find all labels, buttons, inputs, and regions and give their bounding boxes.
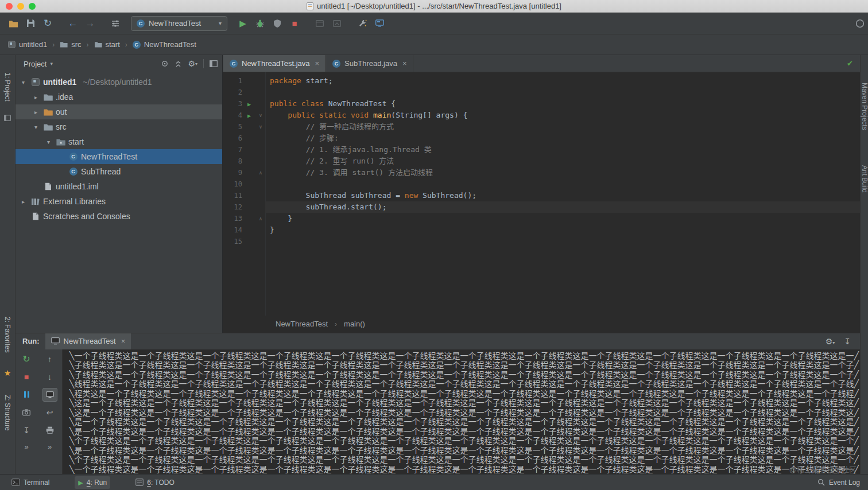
event-log-button[interactable]: Event Log xyxy=(829,479,860,487)
fold-marker-icon[interactable]: ∧ xyxy=(256,213,265,224)
code-line-10[interactable]: 10 xyxy=(223,178,860,190)
project-panel-title[interactable]: Project xyxy=(24,60,46,68)
tool-button-ant-build[interactable]: Ant Build xyxy=(861,165,868,193)
tool-button-maven-projects[interactable]: Maven Projects xyxy=(861,83,868,130)
console-output[interactable]: ╲一个子线程类这是一个子线程类这是一个子线程类这是一个子线程类这是一个子线程类这… xyxy=(63,349,860,475)
coverage-button[interactable] xyxy=(269,16,286,31)
tree-item-subthread[interactable]: CSubThread xyxy=(16,164,222,179)
chevron-down-icon[interactable]: ▾ xyxy=(50,61,53,67)
code-line-5[interactable]: 5∨ // 第一种启动线程的方式 xyxy=(223,121,860,133)
code-line-13[interactable]: 13∧ } xyxy=(223,213,860,224)
run-tab[interactable]: NewThreadTest × xyxy=(45,333,131,349)
minimize-window-button[interactable] xyxy=(17,3,24,10)
breadcrumb-src[interactable]: src xyxy=(60,40,81,49)
print-icon[interactable] xyxy=(42,423,57,437)
gear-icon[interactable]: ⚙▾ xyxy=(826,337,835,346)
expand-arrow-icon[interactable]: ▾ xyxy=(44,139,53,145)
console-view-icon[interactable] xyxy=(42,388,57,402)
debug-button[interactable] xyxy=(251,16,269,31)
close-tab-icon[interactable]: × xyxy=(315,59,320,68)
disabled-tool-icon-2[interactable] xyxy=(328,16,346,31)
settings-wrench-icon[interactable] xyxy=(354,16,371,31)
tree-item-untitled1[interactable]: ▾untitled1~/Desktop/untitled1 xyxy=(16,75,222,90)
status-item-todo[interactable]: 6: TODO xyxy=(132,476,178,489)
zoom-window-button[interactable] xyxy=(29,3,36,10)
star-icon[interactable]: ★ xyxy=(4,368,11,378)
collapse-all-icon[interactable] xyxy=(175,60,182,68)
expand-arrow-icon[interactable]: ▾ xyxy=(19,79,28,85)
restore-layout-icon[interactable]: ↧ xyxy=(19,423,34,437)
tree-item-out[interactable]: ▸out xyxy=(16,104,222,119)
tree-item-newthreadtest[interactable]: CNewThreadTest xyxy=(16,149,222,164)
synchronize-icon[interactable]: ↻ xyxy=(39,16,56,31)
search-everywhere-icon[interactable] xyxy=(851,16,868,31)
code-line-11[interactable]: 11 SubThread subThread = new SubThread()… xyxy=(223,190,860,201)
inspections-ok-icon[interactable]: ✔ xyxy=(847,59,853,68)
close-window-button[interactable] xyxy=(6,3,13,10)
toolwindow-mini-icon[interactable] xyxy=(4,115,11,121)
tree-item-start[interactable]: ▾start xyxy=(16,134,222,149)
code-line-7[interactable]: 7 // 1. 继承java.lang.Thread 类 xyxy=(223,144,860,155)
expand-arrow-icon[interactable]: ▸ xyxy=(32,109,40,115)
breadcrumb-class[interactable]: NewThreadTest xyxy=(276,320,328,328)
tree-item-untitled1-iml[interactable]: untitled1.iml xyxy=(16,179,222,194)
close-tab-icon[interactable]: × xyxy=(121,337,126,345)
tool-button-favorites[interactable]: 2: Favorites xyxy=(3,317,11,353)
expand-arrow-icon[interactable]: ▾ xyxy=(32,124,40,130)
expand-arrow-icon[interactable]: ▸ xyxy=(19,199,28,205)
code-line-14[interactable]: 14} xyxy=(223,224,860,236)
breadcrumb-class[interactable]: C NewThreadTest xyxy=(133,40,196,49)
back-icon[interactable]: ← xyxy=(64,16,82,31)
tool-button-project[interactable]: 1: Project xyxy=(3,72,11,102)
tree-item-external-libraries[interactable]: ▸External Libraries xyxy=(16,194,222,209)
hide-panel-icon[interactable] xyxy=(210,60,218,67)
code-line-8[interactable]: 8 // 2. 重写 run() 方法 xyxy=(223,155,860,167)
more-icon[interactable]: » xyxy=(24,442,28,451)
pause-icon[interactable] xyxy=(19,388,34,402)
fold-marker-icon[interactable]: ∧ xyxy=(256,167,265,178)
code-line-4[interactable]: 4▶∨ public static void main(String[] arg… xyxy=(223,110,860,121)
remote-tools-icon[interactable] xyxy=(371,16,388,31)
code-line-12[interactable]: 12 subThread.start(); xyxy=(223,201,860,213)
rerun-icon[interactable]: ↻ xyxy=(19,352,34,366)
fold-marker-icon[interactable]: ∨ xyxy=(256,110,265,121)
stop-button[interactable]: ■ xyxy=(286,16,303,31)
run-gutter-icon[interactable]: ▶ xyxy=(242,110,256,121)
status-item-terminal[interactable]: Terminal xyxy=(8,476,53,489)
soft-wrap-icon[interactable]: ↩ xyxy=(42,406,57,419)
run-configuration-select[interactable]: C NewThreadTest ▾ xyxy=(131,16,227,31)
breadcrumb-start[interactable]: start xyxy=(94,40,120,49)
tree-item-scratches-and-consoles[interactable]: Scratches and Consoles xyxy=(16,209,222,224)
tree-item-src[interactable]: ▾src xyxy=(16,119,222,134)
up-stack-trace-icon[interactable]: ↑ xyxy=(42,352,57,366)
run-button[interactable]: ▶ xyxy=(234,16,251,31)
tab-newthreadtest-java[interactable]: C NewThreadTest.java × xyxy=(223,55,326,72)
code-line-3[interactable]: 3▶public class NewThreadTest { xyxy=(223,98,860,110)
stop-icon[interactable]: ■ xyxy=(19,370,34,384)
save-all-icon[interactable] xyxy=(22,16,39,31)
code-editor[interactable]: 1package start;23▶public class NewThread… xyxy=(223,72,860,316)
tree-item--idea[interactable]: ▸.idea xyxy=(16,90,222,104)
fold-marker-icon[interactable]: ∨ xyxy=(256,121,265,133)
code-line-9[interactable]: 9∧ // 3. 调用 start() 方法启动线程 xyxy=(223,167,860,178)
code-line-1[interactable]: 1package start; xyxy=(223,75,860,87)
more-icon[interactable]: » xyxy=(48,442,52,451)
tool-button-structure[interactable]: Z: Structure xyxy=(3,395,11,431)
disabled-tool-icon-1[interactable] xyxy=(311,16,328,31)
open-folder-icon[interactable] xyxy=(5,16,22,31)
code-line-2[interactable]: 2 xyxy=(223,87,860,98)
locate-file-icon[interactable] xyxy=(161,60,169,68)
tab-subthread-java[interactable]: C SubThread.java × xyxy=(326,55,413,72)
expand-arrow-icon[interactable]: ▸ xyxy=(32,94,40,100)
thread-dump-icon[interactable] xyxy=(19,406,34,419)
sliders-icon[interactable] xyxy=(107,16,124,31)
code-line-15[interactable]: 15 xyxy=(223,236,860,247)
status-item-run[interactable]: ▶4: Run xyxy=(75,476,110,489)
breadcrumb-method[interactable]: main() xyxy=(344,320,365,328)
close-tab-icon[interactable]: × xyxy=(402,59,407,68)
breadcrumb-project[interactable]: untitled1 xyxy=(8,40,47,49)
gear-icon[interactable]: ⚙▾ xyxy=(188,59,197,68)
hide-panel-icon[interactable]: ↧ xyxy=(844,337,851,346)
run-gutter-icon[interactable]: ▶ xyxy=(242,98,256,110)
down-stack-trace-icon[interactable]: ↓ xyxy=(42,370,57,384)
